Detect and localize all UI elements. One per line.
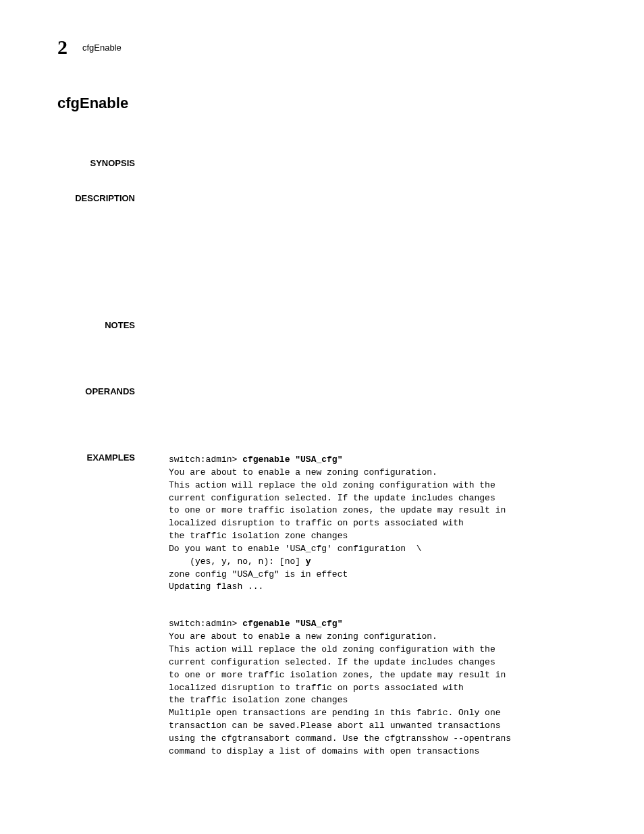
- code1-prefix: switch:admin>: [169, 454, 242, 465]
- examples-body: switch:admin> cfgenable "USA_cfg" You ar…: [169, 451, 587, 758]
- code1-body: You are about to enable a new zoning con…: [169, 467, 506, 567]
- operands-label: OPERANDS: [85, 386, 135, 396]
- code1-cmd: cfgenable "USA_cfg": [242, 454, 342, 465]
- code2-cmd: cfgenable "USA_cfg": [242, 619, 342, 629]
- operands-row: OPERANDS: [57, 385, 587, 397]
- synopsis-label: SYNOPSIS: [90, 158, 135, 168]
- example-code-1: switch:admin> cfgenable "USA_cfg" You ar…: [169, 454, 587, 594]
- description-label: DESCRIPTION: [75, 193, 135, 203]
- manual-page: 2 cfgEnable cfgEnable SYNOPSIS DESCRIPTI…: [0, 0, 644, 834]
- examples-label: EXAMPLES: [86, 452, 135, 463]
- code1-input: y: [306, 556, 311, 567]
- code2-body: You are about to enable a new zoning con…: [169, 631, 511, 756]
- notes-row: NOTES: [57, 319, 587, 331]
- chapter-number: 2: [57, 37, 68, 57]
- code2-prefix: switch:admin>: [169, 619, 242, 629]
- page-header: 2 cfgEnable: [57, 37, 587, 57]
- code1-tail: zone config "USA_cfg" is in effect Updat…: [169, 569, 348, 592]
- command-title: cfgEnable: [57, 95, 587, 112]
- example-code-2: switch:admin> cfgenable "USA_cfg" You ar…: [169, 618, 587, 758]
- notes-label: NOTES: [105, 320, 135, 330]
- synopsis-row: SYNOPSIS: [57, 157, 587, 169]
- header-command: cfgEnable: [82, 43, 122, 53]
- description-row: DESCRIPTION: [57, 192, 587, 204]
- examples-row: EXAMPLES switch:admin> cfgenable "USA_cf…: [57, 451, 587, 758]
